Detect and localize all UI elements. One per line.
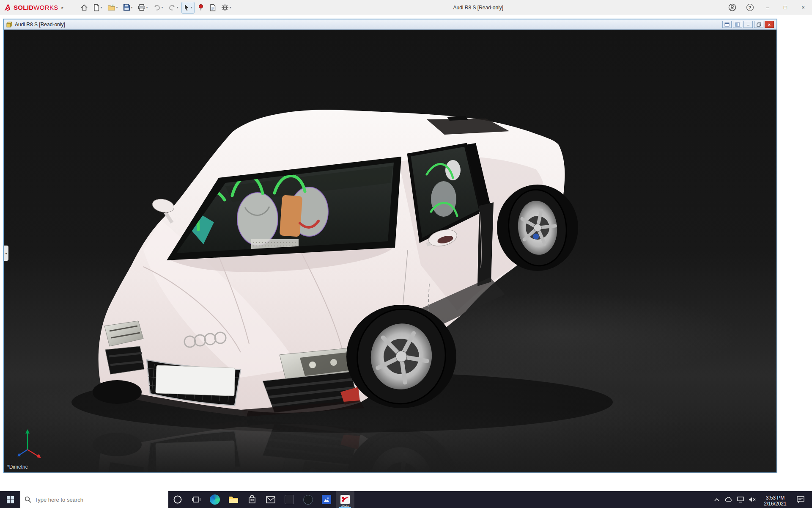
chevron-down-icon[interactable]: ▾	[101, 6, 102, 9]
save-button[interactable]: ▾	[121, 2, 135, 14]
app-title-bar: SOLIDWORKS ▸ ▾ ▾	[0, 0, 812, 15]
document-titlebar[interactable]: Audi R8 S [Read-only] –	[4, 19, 776, 30]
onedrive-tray-button[interactable]	[723, 491, 735, 508]
steam-icon	[303, 495, 313, 505]
app-icon-terminal[interactable]	[280, 491, 299, 508]
new-document-button[interactable]: ▾	[91, 2, 104, 14]
solidworks-version-badge: 2021	[336, 504, 354, 508]
minimize-button[interactable]: –	[759, 0, 776, 15]
network-icon	[737, 497, 744, 502]
panel-collapse-arrow[interactable]: ◂	[4, 246, 8, 261]
hidden-icons-button[interactable]	[711, 491, 723, 508]
open-icon	[107, 4, 115, 11]
document-window: Audi R8 S [Read-only] –	[3, 19, 777, 473]
dassault-logo-icon	[4, 4, 12, 11]
new-document-icon	[93, 4, 100, 11]
save-icon	[123, 4, 130, 11]
doc-close-button[interactable]: ×	[765, 21, 774, 28]
windows-taskbar: 2021 3:53 PM 2/16/2021	[0, 491, 812, 508]
mail-icon	[266, 496, 275, 503]
app-icon-store[interactable]	[243, 491, 261, 508]
split-window-button[interactable]	[733, 21, 742, 28]
volume-muted-icon	[749, 497, 756, 502]
store-icon	[248, 495, 256, 504]
file-explorer-icon	[228, 495, 239, 504]
clock-time: 3:53 PM	[758, 495, 792, 501]
rebuild-icon	[198, 4, 204, 11]
app-icon-edge[interactable]	[206, 491, 224, 508]
home-button[interactable]	[78, 2, 90, 14]
document-title: Audi R8 S [Read-only]	[15, 22, 65, 28]
document-window-controls: – ×	[722, 21, 774, 28]
cortana-button[interactable]	[168, 491, 187, 508]
app-icon-solidworks[interactable]: 2021	[336, 491, 354, 508]
task-view-icon	[192, 496, 200, 503]
solidworks-icon	[340, 494, 350, 505]
clock-date: 2/16/2021	[758, 501, 792, 507]
options-button[interactable]: ▾	[219, 2, 233, 14]
window-title: Audi R8 S [Read-only]	[233, 5, 723, 11]
redo-icon	[168, 4, 176, 11]
file-properties-button[interactable]	[207, 2, 218, 14]
orientation-triad	[15, 426, 47, 461]
volume-tray-button[interactable]	[746, 491, 758, 508]
license-plate	[156, 365, 235, 396]
window-controls: ? – □ ×	[723, 0, 812, 15]
help-button[interactable]: ?	[741, 0, 759, 15]
open-button[interactable]: ▾	[105, 2, 120, 14]
chevron-down-icon[interactable]: ▾	[146, 6, 148, 9]
app-icon-file-explorer[interactable]	[224, 491, 243, 508]
rebuild-button[interactable]	[195, 2, 206, 14]
print-button[interactable]: ▾	[136, 2, 150, 14]
account-icon	[728, 3, 736, 11]
taskbar-search[interactable]	[20, 491, 168, 508]
menu-expand-arrow[interactable]: ▸	[62, 5, 64, 10]
terminal-icon	[285, 495, 294, 504]
brand-works: WORKS	[33, 4, 58, 11]
file-properties-icon	[209, 4, 216, 11]
network-tray-button[interactable]	[735, 491, 746, 508]
restore-icon	[757, 22, 761, 27]
home-icon	[80, 4, 88, 11]
select-cursor-icon	[184, 4, 190, 11]
chevron-down-icon[interactable]: ▾	[230, 6, 231, 9]
doc-minimize-button[interactable]: –	[743, 21, 753, 28]
app-icon-mail[interactable]	[261, 491, 280, 508]
taskbar-clock[interactable]: 3:53 PM 2/16/2021	[758, 493, 792, 507]
main-toolbar: ▾ ▾ ▾ ▾	[78, 2, 233, 14]
chevron-down-icon[interactable]: ▾	[162, 6, 163, 9]
doc-restore-button[interactable]	[754, 21, 763, 28]
search-input[interactable]	[35, 497, 164, 503]
model-render-audi-r8	[4, 30, 776, 472]
redo-button[interactable]: ▾	[166, 2, 181, 14]
action-center-icon	[797, 496, 804, 503]
action-center-button[interactable]	[792, 491, 809, 508]
undo-button[interactable]: ▾	[151, 2, 165, 14]
print-icon	[138, 4, 145, 11]
edge-icon	[210, 494, 220, 505]
task-view-button[interactable]	[187, 491, 206, 508]
account-button[interactable]	[723, 0, 741, 15]
chevron-down-icon[interactable]: ▾	[191, 6, 192, 9]
system-tray: 3:53 PM 2/16/2021	[711, 491, 812, 508]
help-icon: ?	[746, 4, 754, 11]
chevron-down-icon[interactable]: ▾	[177, 6, 178, 9]
windows-start-icon	[7, 496, 14, 503]
part-document-icon	[6, 22, 12, 28]
taskbar-empty-space	[354, 491, 711, 508]
chevron-down-icon[interactable]: ▾	[131, 6, 133, 9]
cortana-icon	[173, 495, 182, 504]
chevron-down-icon[interactable]: ▾	[116, 6, 118, 9]
graphics-viewport[interactable]: *Dimetric ◂	[4, 30, 776, 472]
photos-icon	[322, 495, 331, 504]
select-tool-button[interactable]: ▾	[181, 2, 195, 14]
app-icon-steam[interactable]	[299, 491, 317, 508]
start-button[interactable]	[0, 491, 20, 508]
new-window-button[interactable]	[722, 21, 732, 28]
chevron-up-icon	[714, 498, 719, 501]
close-button[interactable]: ×	[794, 0, 812, 15]
search-icon	[25, 496, 31, 503]
view-orientation-label: *Dimetric	[7, 464, 28, 470]
app-icon-photos[interactable]	[317, 491, 336, 508]
maximize-button[interactable]: □	[776, 0, 794, 15]
